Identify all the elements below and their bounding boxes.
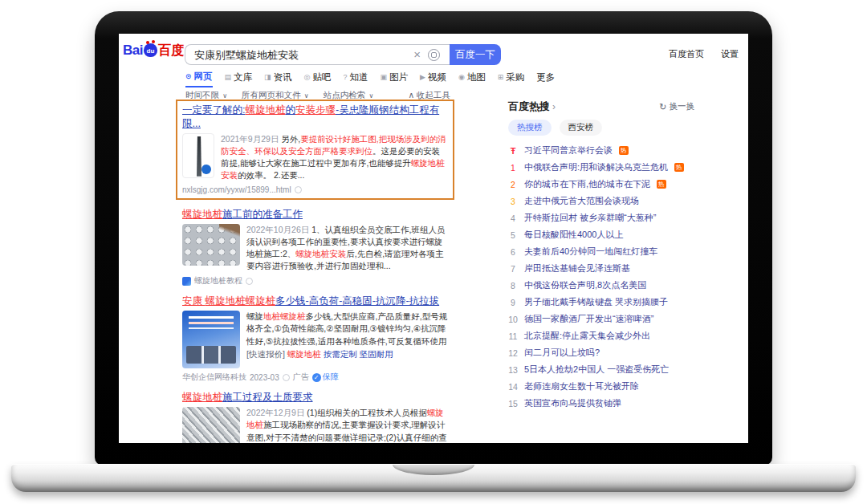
hot-search-item[interactable]: 10德国一家酿酒厂开发出“速溶啤酒” — [508, 311, 698, 327]
clear-search-icon[interactable]: × — [413, 45, 421, 64]
vertical-nav-tabs: ⊙网页▤文库◨资讯◎贴吧?知道▣图片▶视频◉地图⊞采购更多 — [185, 71, 555, 87]
hot-badge-icon: 热 — [619, 146, 629, 155]
nav-tab-地图[interactable]: ◉地图 — [458, 71, 486, 87]
search-input[interactable]: 安康别墅螺旋地桩安装 × — [185, 44, 450, 65]
hot-search-list: Ŧ习近平同普京举行会谈热1中俄联合声明:用和谈解决乌克兰危机热2你的城市在下雨,… — [508, 142, 698, 412]
laptop-mockup: Baidu百度 安康别墅螺旋地桩安装 × 百度一下 百度首页 设置 ⊙网页▤文库… — [0, 0, 867, 504]
nav-tab-更多[interactable]: 更多 — [536, 71, 555, 87]
hot-search-item[interactable]: 2你的城市在下雨,他的城市在下泥热 — [508, 176, 698, 193]
hot-search-item[interactable]: 8中俄这份联合声明,8次点名美国 — [508, 277, 698, 294]
rank-number: 8 — [508, 281, 518, 291]
result-title-link[interactable]: 螺旋地桩施工过程及土质要求 — [182, 391, 448, 404]
hot-item-title: 闰二月可以上坟吗? — [524, 347, 600, 359]
result-abstract: 2021年9月29日 另外,要提前设计好施工图,把现场涉及到的消防安全、环保以及… — [221, 133, 448, 182]
result-title-link[interactable]: 一定要了解的:螺旋地桩的安装步骤-吴忠隆顺钢结构工程有限... — [182, 104, 448, 131]
rank-number: 15 — [508, 399, 518, 408]
hot-tab-热搜榜[interactable]: 热搜榜 — [508, 120, 552, 136]
hot-search-item[interactable]: 1中俄联合声明:用和谈解决乌克兰危机热 — [508, 159, 698, 176]
result-source-name[interactable]: 螺旋地桩教程 — [194, 275, 242, 287]
hot-search-item[interactable]: 14老师连扇女生数十耳光被开除 — [508, 378, 698, 395]
result-source: 螺旋地桩教程 — [182, 275, 448, 287]
rank-number: 10 — [508, 315, 518, 324]
search-button[interactable]: 百度一下 — [450, 44, 501, 65]
hot-item-title: 每日核酸阳性4000人以上 — [524, 229, 623, 241]
guarantee-label: 保障 — [323, 372, 339, 383]
link-settings[interactable]: 设置 — [721, 49, 739, 59]
result-title-link[interactable]: 螺旋地桩施工前的准备工作 — [182, 208, 448, 222]
hot-search-item[interactable]: 11北京提醒:停止露天集会减少外出 — [508, 327, 698, 344]
nav-tab-label: 文库 — [234, 71, 252, 83]
nav-tab-label: 地图 — [467, 71, 486, 83]
guarantee-badge[interactable]: ✓保障 — [312, 372, 339, 383]
nav-tab-采购[interactable]: ⊞采购 — [498, 71, 525, 87]
feedback-icon[interactable] — [283, 374, 290, 381]
pile-stack-thumbnail[interactable] — [182, 407, 240, 443]
nav-tab-label: 网页 — [194, 71, 213, 83]
video-icon: ▶ — [420, 74, 425, 81]
rank-number: 3 — [508, 197, 518, 206]
nav-tab-label: 贴吧 — [312, 71, 331, 83]
ad-date: 2023-03 — [250, 373, 279, 382]
result-promo-line[interactable]: [快速报价] 螺旋地桩 按需定制 坚固耐用 — [246, 349, 448, 360]
question-icon: ? — [343, 74, 347, 81]
logo-text-cn: 百度 — [158, 43, 184, 57]
baidu-logo[interactable]: Baidu百度 — [123, 43, 184, 59]
hot-search-item[interactable]: 3走进中俄元首大范围会谈现场 — [508, 193, 698, 209]
nav-tab-资讯[interactable]: ◨资讯 — [264, 71, 292, 87]
rank-number: 4 — [508, 213, 518, 223]
refresh-icon: ↻ — [659, 102, 666, 112]
hot-item-title: 中俄联合声明:用和谈解决乌克兰危机 — [524, 161, 668, 173]
hot-search-item[interactable]: 15英国宣布向乌提供贫铀弹 — [508, 395, 698, 412]
nav-tab-文库[interactable]: ▤文库 — [225, 71, 253, 87]
refresh-button[interactable]: ↻ 换一换 — [659, 101, 694, 112]
result-abstract: 2022年10月26日 1、认真组织全员交底工作,班组人员须认识到各项工作的重要… — [246, 224, 448, 273]
search-result: 螺旋地桩施工过程及土质要求2022年12月9日 (1)组织相关的工程技术人员根据… — [182, 391, 448, 443]
hot-search-item[interactable]: 135日本人抢劫2中国人 一强盗受伤死亡 — [508, 361, 698, 378]
hot-badge-icon: 热 — [674, 163, 684, 172]
news-icon: ◨ — [264, 74, 271, 81]
hot-search-item[interactable]: 5每日核酸阳性4000人以上 — [508, 226, 698, 243]
hot-item-title: 德国一家酿酒厂开发出“速溶啤酒” — [524, 313, 653, 325]
more-options-icon[interactable] — [295, 186, 302, 193]
nav-tab-网页[interactable]: ⊙网页 — [185, 71, 213, 87]
camera-search-icon[interactable] — [428, 49, 440, 61]
search-query-text: 安康别墅螺旋地桩安装 — [194, 45, 299, 65]
chevron-right-icon: › — [552, 101, 556, 112]
hot-item-title: 习近平同普京举行会谈 — [524, 144, 613, 156]
rank-number: 6 — [508, 247, 518, 257]
hot-item-title: 中俄这份联合声明,8次点名美国 — [524, 279, 646, 291]
doc-icon: ▤ — [225, 74, 232, 81]
spiral-pile-thumbnail[interactable] — [182, 133, 214, 178]
product-card-thumbnail[interactable] — [182, 311, 240, 368]
result-ad-meta: 华创企信网络科技2023-03广告✓保障 — [182, 372, 448, 383]
hot-item-title: 北京提醒:停止露天集会减少外出 — [524, 330, 650, 342]
search-result: 安康 螺旋地桩螺旋桩多少钱-高负荷-高稳固-抗沉降-抗拉拔螺旋地桩螺旋桩多少钱,… — [182, 295, 448, 383]
nav-tab-图片[interactable]: ▣图片 — [380, 71, 408, 87]
hot-search-item[interactable]: 6夫妻前后40分钟同一地闯红灯撞车 — [508, 243, 698, 260]
steel-pipes-thumbnail[interactable] — [182, 224, 240, 266]
hot-item-title: 走进中俄元首大范围会谈现场 — [524, 195, 639, 207]
hot-search-title[interactable]: 百度热搜 — [508, 100, 550, 114]
rank-number: 2 — [508, 180, 518, 189]
nav-tab-视频[interactable]: ▶视频 — [420, 71, 446, 87]
nav-tab-label: 视频 — [428, 71, 446, 83]
more-options-icon[interactable] — [246, 278, 253, 285]
hot-search-item[interactable]: Ŧ习近平同普京举行会谈热 — [508, 142, 698, 159]
result-title-link[interactable]: 安康 螺旋地桩螺旋桩多少钱-高负荷-高稳固-抗沉降-抗拉拔 — [182, 295, 448, 308]
hot-search-item[interactable]: 12闰二月可以上坟吗? — [508, 344, 698, 361]
hot-search-item[interactable]: 4开特斯拉回村 被乡亲群嘲“大葱种” — [508, 209, 698, 226]
hot-item-title: 英国宣布向乌提供贫铀弹 — [524, 397, 621, 409]
chevron-down-icon: ∨ — [367, 92, 373, 100]
search-result: 螺旋地桩施工前的准备工作2022年10月26日 1、认真组织全员交底工作,班组人… — [182, 208, 448, 287]
rank-number: 7 — [508, 264, 518, 274]
nav-tab-贴吧[interactable]: ◎贴吧 — [304, 71, 332, 87]
hot-search-item[interactable]: 7岸田抵达基辅会见泽连斯基 — [508, 260, 698, 277]
nav-tab-知道[interactable]: ?知道 — [343, 71, 368, 87]
pinned-top-icon: Ŧ — [508, 146, 518, 156]
hot-tab-西安榜[interactable]: 西安榜 — [560, 120, 603, 136]
hot-search-item[interactable]: 9男子缅北戴手铐敲键盘 哭求别摘腰子 — [508, 294, 698, 311]
nav-tab-label: 资讯 — [274, 71, 292, 83]
laptop-base — [11, 464, 856, 492]
link-baidu-home[interactable]: 百度首页 — [669, 49, 704, 59]
chevron-down-icon: ∨ — [303, 92, 309, 100]
